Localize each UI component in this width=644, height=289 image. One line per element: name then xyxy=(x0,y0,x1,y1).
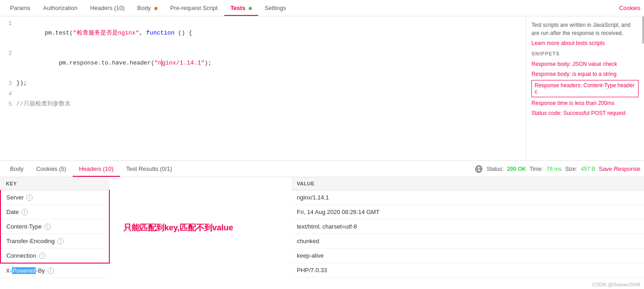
table-row: chunked xyxy=(291,234,644,249)
key-date: Date xyxy=(6,209,19,215)
snippets-panel: Test scripts are written in JavaScript, … xyxy=(526,16,644,160)
code-line-5: 5 //只能检查到参数名 xyxy=(0,99,526,110)
table-row: Transfer-Encoding i xyxy=(0,234,109,249)
tab-headers[interactable]: Headers (10) xyxy=(84,1,131,16)
tab-params[interactable]: Params xyxy=(4,1,37,16)
tab-settings[interactable]: Settings xyxy=(258,1,292,16)
size-label: Size: xyxy=(565,166,577,172)
response-status: Status: 200 OK Time: 76 ms Size: 457 B S… xyxy=(475,165,640,173)
table-row: Content-Type i xyxy=(0,219,109,234)
col-header-key: KEY xyxy=(0,177,109,190)
info-icon-date[interactable]: i xyxy=(21,209,28,215)
code-line-2: 2 pm.response.to.have.header("nginx/1.14… xyxy=(0,48,526,78)
key-xpowered: X-Powered-By xyxy=(6,267,45,274)
snippets-title: SNIPPETS xyxy=(531,51,639,56)
cookies-button[interactable]: Cookies xyxy=(619,5,640,11)
resp-tab-cookies[interactable]: Cookies (5) xyxy=(30,162,73,177)
top-tabs-bar: Params Authorization Headers (10) Body P… xyxy=(0,0,644,16)
table-row: Server i xyxy=(0,190,109,205)
key-server: Server xyxy=(6,194,24,201)
key-transfer-encoding: Transfer-Encoding xyxy=(6,238,54,244)
resp-tab-headers[interactable]: Headers (10) xyxy=(73,162,120,177)
status-value: 200 OK xyxy=(507,166,526,172)
table-row: nginx/1.14.1 xyxy=(291,190,644,205)
tab-body[interactable]: Body xyxy=(131,1,164,16)
col-header-value: VALUE xyxy=(291,177,644,190)
table-row: Connection i xyxy=(0,249,109,264)
info-icon-transfer-encoding[interactable]: i xyxy=(57,238,64,244)
response-tabs-bar: Body Cookies (5) Headers (10) Test Resul… xyxy=(0,161,644,177)
editor-area: 1 pm.test("检查服务是否是nginx", function () { … xyxy=(0,16,644,161)
size-value: 457 B xyxy=(581,166,595,172)
code-editor[interactable]: 1 pm.test("检查服务是否是nginx", function () { … xyxy=(0,16,526,160)
headers-table-container: KEY Server i xyxy=(0,177,644,289)
annotation-text: 只能匹配到key,匹配不到value xyxy=(123,222,233,233)
panel-description: Test scripts are written in JavaScript, … xyxy=(531,21,639,37)
code-line-4: 4 xyxy=(0,89,526,99)
body-dot xyxy=(154,7,157,10)
time-value: 76 ms xyxy=(546,166,561,172)
save-response-button[interactable]: Save Response xyxy=(599,165,640,172)
globe-icon[interactable] xyxy=(475,165,483,173)
learn-more-link[interactable]: Learn more about tests scripts xyxy=(531,40,639,46)
value-column: VALUE nginx/1.14.1 Fri, 14 Aug 2020 08:2… xyxy=(291,177,644,278)
status-label: Status: xyxy=(487,166,503,172)
table-row: Fri, 14 Aug 2020 08:26:14 GMT xyxy=(291,205,644,219)
key-column: KEY Server i xyxy=(0,177,110,278)
snippet-3[interactable]: Response headers: Content-Type header c xyxy=(531,80,639,97)
code-line-3: 3 }); xyxy=(0,78,526,89)
tab-authorization[interactable]: Authorization xyxy=(37,1,84,16)
resp-tab-body[interactable]: Body xyxy=(4,162,30,177)
info-icon-content-type[interactable]: i xyxy=(44,224,51,230)
info-icon-server[interactable]: i xyxy=(26,194,33,201)
time-label: Time: xyxy=(530,166,543,172)
resp-tab-testresults[interactable]: Test Results (0/1) xyxy=(120,162,178,177)
annotation-area: 只能匹配到key,匹配不到value xyxy=(110,177,291,278)
snippet-2[interactable]: Response body: is equal to a string xyxy=(531,69,639,79)
info-icon-connection[interactable]: i xyxy=(39,253,45,259)
table-split-layout: KEY Server i xyxy=(0,177,644,278)
table-row: X-Powered-By i xyxy=(0,263,109,278)
table-row: text/html; charset=utf-8 xyxy=(291,219,644,234)
info-icon-xpowered[interactable]: i xyxy=(48,268,54,274)
snippet-1[interactable]: Response body: JSON value check xyxy=(531,59,639,69)
key-content-type: Content-Type xyxy=(6,223,42,230)
tests-dot xyxy=(249,7,252,10)
headers-table-area: KEY Server i xyxy=(0,177,644,289)
watermark: CSDN @Xiaowu2048 xyxy=(592,282,640,287)
snippet-5[interactable]: Status code: Successful POST request xyxy=(531,108,639,118)
code-line-1: 1 pm.test("检查服务是否是nginx", function () { xyxy=(0,18,526,48)
key-connection: Connection xyxy=(6,252,36,259)
table-row: PHP/7.0.33 xyxy=(291,263,644,278)
table-row: Date i xyxy=(0,205,109,219)
scrollbar-thumb[interactable] xyxy=(642,16,644,44)
table-row: keep-alive xyxy=(291,249,644,263)
tab-tests[interactable]: Tests xyxy=(224,1,259,16)
tab-prerequest[interactable]: Pre-request Script xyxy=(164,1,224,16)
snippet-4[interactable]: Response time is less than 200ms xyxy=(531,98,639,108)
